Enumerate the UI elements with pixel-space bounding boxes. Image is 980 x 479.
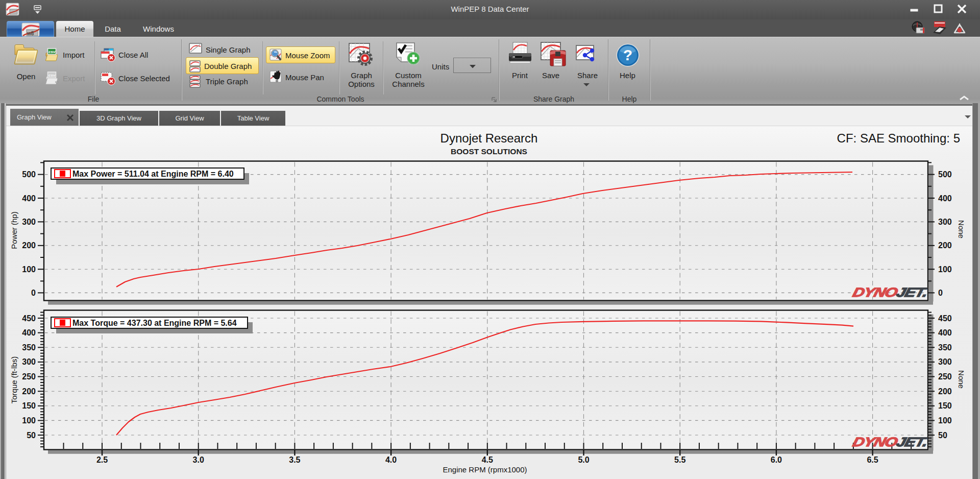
svg-text:4.5: 4.5 [482,456,493,464]
svg-text:Power (hp): Power (hp) [10,211,18,249]
svg-text:150: 150 [938,401,952,410]
svg-text:4.0: 4.0 [385,456,397,464]
svg-text:200: 200 [938,387,952,396]
svg-text:400: 400 [938,328,952,337]
svg-text:csv: csv [48,73,56,78]
svg-text:300: 300 [938,218,952,226]
svg-text:350: 350 [22,343,36,352]
svg-text:300: 300 [22,218,36,226]
svg-text:Max Torque = 437.30 at Engine: Max Torque = 437.30 at Engine RPM = 5.64 [72,319,237,327]
svg-text:450: 450 [22,314,36,323]
svg-text:csv: csv [48,50,56,54]
svg-text:500: 500 [22,170,36,179]
svg-text:5.5: 5.5 [674,456,685,464]
svg-text:300: 300 [22,357,36,366]
svg-text:0: 0 [938,289,943,297]
svg-text:3.5: 3.5 [289,456,300,464]
svg-text:Torque (ft-lbs): Torque (ft-lbs) [10,356,18,404]
svg-text:Engine RPM (rpmx1000): Engine RPM (rpmx1000) [443,465,527,474]
svg-text:100: 100 [938,265,952,274]
svg-text:100: 100 [22,416,36,425]
svg-text:100: 100 [938,416,952,425]
svg-text:400: 400 [22,194,36,203]
svg-text:Max Power = 511.04 at Engine R: Max Power = 511.04 at Engine RPM = 6.40 [72,170,234,178]
svg-text:450: 450 [938,314,952,323]
svg-text:300: 300 [938,357,952,366]
svg-text:50: 50 [27,431,36,440]
svg-text:500: 500 [938,170,952,179]
svg-text:None: None [957,220,966,238]
svg-text:350: 350 [938,343,952,352]
svg-text:?: ? [623,46,632,63]
svg-text:50: 50 [938,431,947,440]
svg-text:3.0: 3.0 [193,456,204,464]
svg-text:400: 400 [938,194,952,203]
svg-text:400: 400 [22,328,36,337]
svg-text:6.0: 6.0 [771,456,782,464]
svg-text:5.0: 5.0 [578,456,589,464]
svg-text:Dynojet Research: Dynojet Research [440,131,538,145]
svg-text:200: 200 [938,241,952,250]
svg-text:DYNOJET.: DYNOJET. [851,435,929,449]
svg-text:250: 250 [938,372,952,381]
svg-text:6.5: 6.5 [867,456,878,464]
svg-text:100: 100 [22,265,36,274]
svg-text:2.5: 2.5 [96,456,108,464]
svg-text:150: 150 [22,401,36,410]
svg-text:DYNOJET.: DYNOJET. [851,285,929,299]
svg-text:200: 200 [22,387,36,396]
svg-text:200: 200 [22,241,36,250]
svg-text:250: 250 [22,372,36,381]
svg-text:BOOST SOLUTIONS: BOOST SOLUTIONS [451,147,527,156]
svg-text:w8: w8 [27,31,34,36]
svg-text:CF: SAE Smoothing: 5: CF: SAE Smoothing: 5 [837,131,960,145]
svg-text:0: 0 [31,289,36,297]
svg-text:None: None [957,370,966,389]
